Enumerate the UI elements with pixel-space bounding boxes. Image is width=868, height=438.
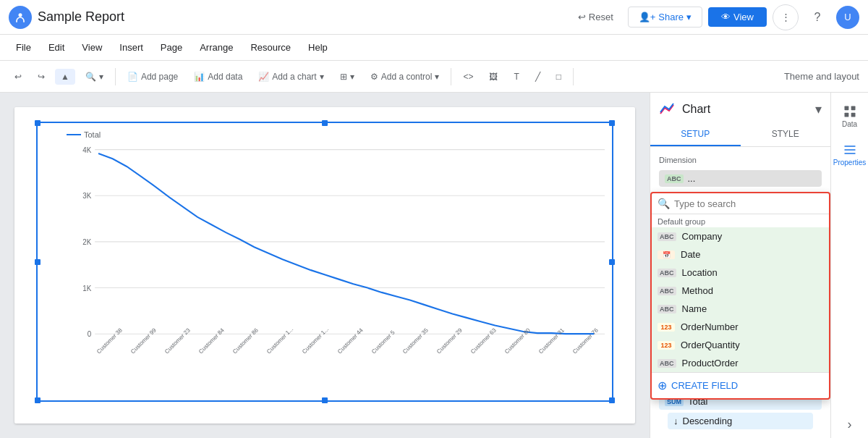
list-item[interactable]: 123 OrderQuantity xyxy=(652,336,829,354)
control-icon: ⚙ xyxy=(370,72,378,82)
undo-icon: ↩ xyxy=(14,72,22,82)
reset-icon: ↩ xyxy=(578,12,586,22)
help-button[interactable]: ? xyxy=(804,4,830,30)
list-item[interactable]: ABC Location xyxy=(652,264,829,282)
zoom-chevron-icon: ▾ xyxy=(99,72,103,82)
add-component-button[interactable]: ⊞▾ xyxy=(334,69,360,85)
undo-button[interactable]: ↩ xyxy=(9,69,27,85)
svg-rect-13 xyxy=(844,113,848,117)
theme-layout-button[interactable]: Theme and layout xyxy=(784,71,859,82)
menu-help[interactable]: Help xyxy=(301,39,335,56)
svg-rect-11 xyxy=(844,106,848,111)
handle-bottom-right[interactable] xyxy=(609,397,615,403)
create-field-label: CREATE FIELD xyxy=(671,380,738,391)
dimension-label: Dimension xyxy=(650,153,830,167)
sort-icon: ↓ xyxy=(673,416,678,426)
field-name: Company xyxy=(682,231,723,242)
report-title: Sample Report xyxy=(38,9,124,25)
handle-top-right[interactable] xyxy=(609,120,615,126)
code-button[interactable]: <> xyxy=(457,69,479,85)
list-item[interactable]: ABC Method xyxy=(652,282,829,300)
add-chart-button[interactable]: 📈Add a chart▾ xyxy=(252,69,329,85)
image-button[interactable]: 🖼 xyxy=(483,69,503,85)
redo-icon: ↪ xyxy=(38,72,45,82)
menu-page[interactable]: Page xyxy=(153,39,190,56)
handle-bottom-center[interactable] xyxy=(322,397,328,403)
text-button[interactable]: T xyxy=(508,69,524,85)
search-input[interactable] xyxy=(674,198,823,209)
field-name: ProductOrder xyxy=(682,358,739,368)
create-field-button[interactable]: ⊕ CREATE FIELD xyxy=(652,372,829,398)
dimension-field-chip[interactable]: ABC ... xyxy=(659,170,822,187)
handle-top-center[interactable] xyxy=(322,120,328,126)
plus-icon: ⊕ xyxy=(658,379,667,392)
share-button[interactable]: 👤+ Share ▾ xyxy=(628,7,702,28)
field-name: Name xyxy=(682,303,707,314)
handle-bottom-left[interactable] xyxy=(35,397,41,403)
sort-order: ↓ Descending xyxy=(659,413,822,429)
handle-top-left[interactable] xyxy=(35,120,41,126)
select-tool[interactable]: ▲ xyxy=(55,69,75,85)
redo-button[interactable]: ↪ xyxy=(32,69,51,85)
separator-1 xyxy=(115,68,116,85)
properties-label: Properties xyxy=(833,159,867,167)
menu-view[interactable]: View xyxy=(75,39,109,56)
dropdown-list: ABC Company 📅 Date ABC Location xyxy=(652,227,829,372)
toolbar: ↩ ↪ ▲ 🔍▾ 📄Add page 📊Add data 📈Add a char… xyxy=(0,61,868,93)
dimension-section: ABC ... 🔍 Default group ABC xyxy=(650,170,830,373)
chart-chevron-icon: ▾ xyxy=(320,72,324,82)
more-options-button[interactable]: ⋮ xyxy=(773,4,799,30)
dimension-field-name: ... xyxy=(688,173,696,184)
menu-file[interactable]: File xyxy=(9,39,38,56)
chart-plot-area: 4K 3K 2K 1K 0 Customer 38 Customer 99 xyxy=(67,142,605,357)
expand-button[interactable]: › xyxy=(848,417,852,432)
menu-edit[interactable]: Edit xyxy=(41,39,72,56)
field-name: Method xyxy=(682,285,713,296)
menu-insert[interactable]: Insert xyxy=(112,39,150,56)
line-icon: ╱ xyxy=(535,72,540,82)
panel-content: Dimension ABC ... 🔍 Default group xyxy=(650,147,830,438)
search-box: 🔍 xyxy=(652,193,829,214)
chart-icon: 📈 xyxy=(258,72,269,82)
avatar[interactable]: U xyxy=(836,6,859,29)
properties-panel-button[interactable]: Properties xyxy=(833,137,867,172)
field-name: OrderQuantity xyxy=(681,340,740,350)
data-panel-button[interactable]: Data xyxy=(833,98,867,134)
menu-arrange[interactable]: Arrange xyxy=(192,39,240,56)
list-item[interactable]: ABC ProductOrder xyxy=(652,354,829,372)
reset-button[interactable]: ↩ Reset xyxy=(569,7,622,27)
data-icon xyxy=(843,104,857,119)
field-name: Date xyxy=(681,249,700,260)
code-icon: <> xyxy=(463,72,473,82)
svg-text:2K: 2K xyxy=(82,238,91,246)
share-icon: 👤+ xyxy=(639,12,656,22)
chart-selection-box[interactable]: Total 4K 3K 2K xyxy=(36,122,613,402)
add-page-button[interactable]: 📄Add page xyxy=(122,69,184,85)
legend-label: Total xyxy=(84,130,101,139)
view-button[interactable]: 👁 View xyxy=(708,7,767,27)
list-item[interactable]: ABC Name xyxy=(652,300,829,318)
eye-icon: 👁 xyxy=(721,12,731,22)
help-icon: ? xyxy=(814,11,821,24)
sort-order-chip[interactable]: ↓ Descending xyxy=(668,413,813,429)
list-item[interactable]: 📅 Date xyxy=(652,245,829,264)
field-type-icon: ABC xyxy=(658,232,676,241)
line-button[interactable]: ╱ xyxy=(529,69,546,85)
top-bar: Sample Report ↩ Reset 👤+ Share ▾ 👁 View … xyxy=(0,0,868,35)
zoom-button[interactable]: 🔍▾ xyxy=(80,69,109,85)
menu-resource[interactable]: Resource xyxy=(243,39,298,56)
separator-2 xyxy=(451,68,451,85)
shape-button[interactable]: □ xyxy=(550,69,567,85)
tab-style[interactable]: STYLE xyxy=(741,123,831,146)
tab-setup[interactable]: SETUP xyxy=(650,123,741,146)
list-item[interactable]: 123 OrderNumber xyxy=(652,318,829,336)
legend-line-icon xyxy=(67,134,81,135)
add-data-button[interactable]: 📊Add data xyxy=(188,69,248,85)
panel-chevron-icon[interactable]: ▾ xyxy=(815,101,822,117)
add-control-button[interactable]: ⚙Add a control▾ xyxy=(365,69,446,85)
list-item[interactable]: ABC Company xyxy=(652,227,829,245)
field-type-icon: 123 xyxy=(658,323,675,332)
handle-middle-right[interactable] xyxy=(609,259,615,265)
handle-middle-left[interactable] xyxy=(35,259,41,265)
field-name: Location xyxy=(682,267,718,278)
